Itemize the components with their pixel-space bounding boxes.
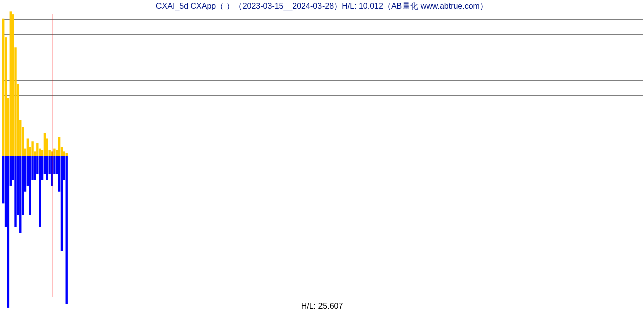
- svg-rect-20: [29, 147, 31, 156]
- svg-rect-35: [66, 153, 68, 156]
- svg-rect-47: [29, 156, 31, 215]
- svg-rect-45: [24, 156, 26, 192]
- svg-rect-51: [39, 156, 41, 227]
- svg-rect-53: [44, 156, 46, 174]
- chart-svg: [0, 0, 644, 312]
- svg-rect-14: [14, 47, 16, 156]
- svg-rect-25: [41, 150, 43, 156]
- svg-rect-24: [39, 149, 41, 156]
- svg-rect-32: [58, 137, 60, 156]
- svg-rect-46: [27, 156, 29, 186]
- svg-rect-10: [5, 37, 7, 156]
- svg-rect-55: [48, 156, 50, 174]
- svg-rect-17: [22, 127, 24, 156]
- svg-rect-40: [12, 156, 14, 180]
- svg-rect-15: [17, 84, 19, 156]
- svg-rect-31: [56, 150, 58, 156]
- svg-rect-59: [58, 156, 60, 192]
- svg-rect-22: [34, 151, 36, 156]
- svg-rect-27: [46, 138, 48, 156]
- svg-rect-44: [22, 156, 24, 215]
- svg-rect-36: [2, 156, 4, 203]
- chart-grid: [2, 20, 643, 141]
- svg-rect-60: [61, 156, 63, 251]
- svg-rect-26: [44, 133, 46, 156]
- svg-rect-16: [19, 120, 21, 156]
- svg-rect-21: [31, 141, 33, 156]
- svg-rect-23: [36, 143, 38, 156]
- svg-rect-58: [56, 156, 58, 174]
- top-panel-bars: [2, 11, 68, 156]
- svg-rect-62: [66, 156, 68, 304]
- svg-rect-12: [10, 11, 12, 156]
- svg-rect-33: [61, 147, 63, 156]
- bottom-panel-bars: [2, 156, 68, 308]
- svg-rect-34: [63, 151, 65, 156]
- svg-rect-41: [14, 156, 16, 227]
- svg-rect-11: [7, 98, 9, 156]
- svg-rect-48: [31, 156, 33, 180]
- svg-rect-42: [17, 156, 19, 215]
- svg-rect-9: [2, 19, 4, 156]
- svg-rect-52: [41, 156, 43, 180]
- svg-rect-57: [53, 156, 55, 174]
- chart-container: CXAI_5d CXApp（ ）（2023-03-15__2024-03-28）…: [0, 0, 644, 312]
- svg-rect-18: [24, 149, 26, 156]
- svg-rect-49: [34, 156, 36, 180]
- svg-rect-19: [27, 138, 29, 156]
- svg-rect-13: [12, 14, 14, 156]
- svg-rect-28: [48, 150, 50, 156]
- svg-rect-54: [46, 156, 48, 180]
- footer-hl-label: H/L: 25.607: [0, 302, 644, 312]
- svg-rect-39: [10, 156, 12, 186]
- svg-rect-61: [63, 156, 65, 180]
- svg-rect-30: [53, 149, 55, 156]
- svg-rect-38: [7, 156, 9, 308]
- svg-rect-50: [36, 156, 38, 174]
- svg-rect-37: [5, 156, 7, 227]
- svg-rect-43: [19, 156, 21, 233]
